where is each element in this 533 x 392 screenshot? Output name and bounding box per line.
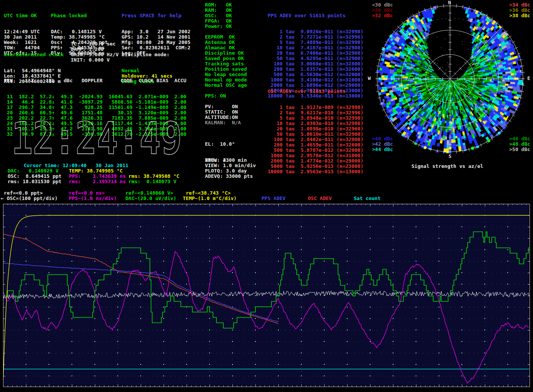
legend-item: >50 dBc [509,147,530,152]
compass-s: S [448,154,452,159]
discipline-title: Discipline mode: [122,52,172,57]
adev-row: 100 tau 2.8402e-011 (n=32800) [268,137,363,142]
elevation-mask: EL: 10.0° [205,142,235,147]
phase-line: DAC: 0.148125 V [51,29,108,34]
adev-row: 1 tau 9.0926e-011 (n=32998) [268,29,363,34]
cursor-value: OSC: 8.649415 ppt [8,174,62,179]
plot-scale-row: ← OSC=(100 ppt/div)PPS~(1.0 ns/div)DAC~(… [0,196,533,201]
adev-row: 20 tau 1.0898e-010 (n=32960) [268,126,363,132]
legend-item: <30 dBc [372,2,393,8]
phase-title: Phase locked [51,13,108,18]
cursor-time: Cursor time: 12:09:40 30 Jan 2011 [24,163,128,168]
status-line: Saved posn OK [205,56,247,61]
cursor-row-3: rms: 18.031530 pptrms: 2.195714 nsrms: 0… [0,179,533,184]
cursor-value: rms: 38.749508 °C [128,174,179,179]
cursor-value: PPS: 1.743639 ns [69,174,126,179]
device-status-line: FPGA: OK [205,18,232,24]
cursor-row-1: DAC: 0.148029 VTEMP: 38.749985 °C [0,168,533,174]
adev-row: 1000 tau 2.9578e-012 (n=31000) [268,153,363,158]
adev-row: 5 tau 7.4889e-011 (n=32990) [268,40,363,45]
cursor-row-2: OSC: 8.649415 pptPPS: 1.743639 nsrms: 38… [0,174,533,179]
legend-item: >42 dBc [372,142,393,147]
legend-item: >30 dBc [372,8,393,13]
legend-item: >48 dBc [509,142,530,147]
adev-row: 10 tau 2.0303e-010 (n=32980) [268,121,363,126]
device-status-line: ROM: OK [205,2,232,8]
sat-table-header: PRN °AZ °EL dBc DOPPLER CODE CLOCK BIAS … [4,78,186,83]
help-line: GPS: 10.2 14 Nov 2001 [122,34,190,40]
adev-row: 2 tau 9.6217e-010 (n=32996) [268,110,363,115]
legend-item: >40 dBc [372,136,393,142]
pps-adev-title: PPS ADEV over 51613 points [268,13,363,18]
adev-row: 2 tau 7.7271e-011 (n=32996) [268,34,363,40]
compass-w: W [368,76,371,81]
loop-param-line: INIT: 0.000 V [71,57,119,63]
osc-adev-title: OSC ADEV over 51613 points [268,89,363,94]
signal-legend-top-right: >34 dBc>36 dBc>38 dBc [509,2,530,18]
sat-row: 11 182.2 57.2↓ 49.3 -2024.93 16045.63 2.… [4,94,186,99]
legend-item: >34 dBc [509,2,530,8]
loop-param-line: TC: 100.0 sec [71,41,119,47]
receiver-flag: STATIC: ON [205,109,241,115]
polar-caption: Signal strength vs az/el [411,164,483,169]
device-status-panel: ROM: OKRAM: OKOSC: OKFPGA: OKPower: OK [205,2,232,29]
cursor-value: DAC: 0.148029 V [8,168,58,174]
cursor-value: rms: 2.195714 ns [69,179,126,184]
device-status-line: RAM: OK [205,8,232,13]
plot-scale-label: TEMP~(1.0 m°C/div) [183,196,237,201]
adev-row: 20 tau 6.7466e-011 (n=32960) [268,50,363,56]
signal-legend-top-left: <30 dBc>30 dBc>32 dBc [372,2,393,18]
adev-row: 1 tau 1.9127e-009 (n=32998) [268,105,363,110]
plot-scale-label: DAC~(20.0 uV/div) [125,196,176,201]
utc-status-title: UTC time OK [4,13,40,18]
cursor-value: rms: 0.148073 V [128,179,176,184]
position-title: Overdetermined clock [4,52,64,57]
plot-scale-label: ← OSC=(100 ppt/div) [1,196,58,201]
lady-heather-screen: UTC time OK 12:24:49 UTC30 Jan 2011Week:… [0,0,533,392]
adev-row: 10 tau 7.4107e-011 (n=32980) [268,45,363,50]
plot-ref-row: ref=<0.0 ppt>ref=<0.0 ns>ref~<0.148060 V… [0,190,533,196]
adev-row: 500 tau 6.5630e-012 (n=32000) [268,72,363,77]
adev-row: 100 tau 3.0060e-011 (n=32800) [268,61,363,67]
status-line: Tracking sats [205,61,247,67]
big-clock: 12:24:49 [11,117,182,157]
legend-item: >32 dBc [372,13,393,18]
adev-row: 200 tau 1.4659e-011 (n=32600) [268,142,363,148]
plot-scale-label: PPS ADEV [262,196,286,201]
phase-line: Temp: 38.749985 °C [51,34,108,40]
receiver-flag: PV: ON [205,104,241,109]
legend-item: >44 dBc [372,147,393,152]
pps-state: PPS: ON [205,93,226,99]
plot-scale-label: Sat count [354,196,380,201]
adev-row: 5 tau 3.8948e-010 (n=32990) [268,115,363,121]
plot-ref-label: ref~<38.743 °C> [186,190,231,196]
status-line: No leap second [205,72,247,77]
status-line: Antenna OK [205,40,247,45]
status-line: Discipline OK [205,50,247,56]
sat-row: 17 296.7 34.8↑ 47.3 928.25 11501.69 -1.1… [4,105,186,110]
utc-line: 30 Jan 2011 [4,34,40,40]
legend-item: >38 dBc [509,13,530,18]
queue-line: VIEW: 1.0 min/div [205,163,256,168]
plot-ref-label: ref=<0.0 ppt> [4,190,43,196]
device-status-line: Power: OK [205,24,232,29]
receiver-flag: ALTITUDE:ON [205,115,241,120]
queue-line: VIEW: 23.0 min [205,158,256,163]
plot-scale-label: OSC ADEV [308,196,332,201]
plot-ref-label: ref~<0.148060 V> [125,190,173,196]
cursor-value: rms: 18.031530 ppt [8,179,62,184]
plot-scale-label: PPS~(1.0 ns/div) [69,196,117,201]
device-status-line: OSC: OK [205,13,232,18]
plot-ref-label: ref=<0.0 ns> [69,190,105,196]
plot-canvas[interactable] [0,202,533,392]
adev-row: 500 tau 5.8787e-012 (n=32000) [268,148,363,153]
adev-row: 50 tau 4.6295e-011 (n=32900) [268,56,363,61]
receiver-flag: KALMAN: N/A [205,120,241,125]
signal-legend-bottom-left: >40 dBc>42 dBc>44 dBc [372,136,393,152]
signal-legend-bottom-right: >46 dBc>48 dBc>50 dBc [509,136,530,152]
status-line: Normal OSC age [205,83,247,88]
loop-params-panel: TC: 100.0 secDAMP: 1.200GAIN:-5.000 Hz/V… [71,41,119,63]
compass-e: E [527,76,530,81]
compass-n: N [448,0,451,5]
loop-param-line: GAIN:-5.000 Hz/V [71,52,119,57]
